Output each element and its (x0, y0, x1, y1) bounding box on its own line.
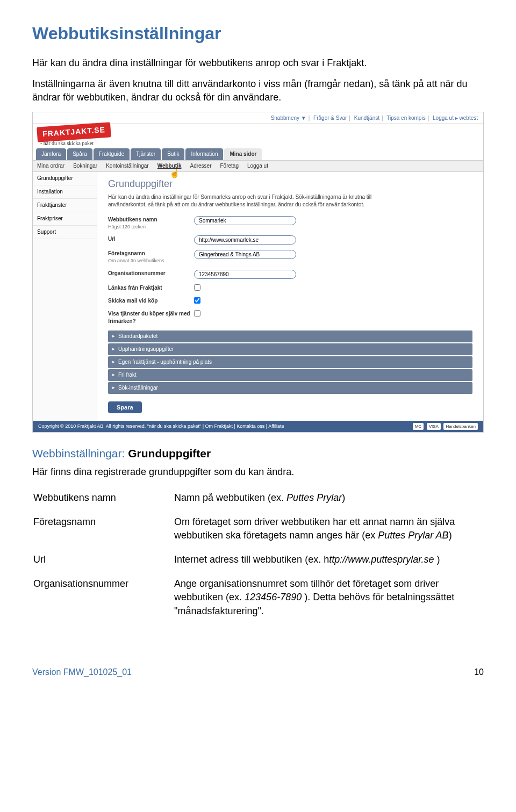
section-subtitle: Här finns dina registrerade grunduppgift… (32, 465, 484, 479)
label-lankas: Länkas från Fraktjakt (108, 284, 194, 292)
subnav-minaordrar[interactable]: Mina ordrar (37, 162, 64, 170)
nav-fraktguide[interactable]: Fraktguide (94, 148, 130, 160)
accordion-sokinstallningar[interactable]: Sök-inställningar (108, 382, 472, 394)
input-url[interactable] (194, 235, 296, 245)
site-tagline: - när du ska skicka paket (40, 140, 94, 147)
toplink-loggaut[interactable]: Logga ut ▸ (433, 115, 458, 121)
footer-copyright: Copyright © 2010 Fraktjakt AB. All right… (38, 423, 284, 430)
logo-row: FRAKTJAKT.SE - när du ska skicka paket (33, 124, 483, 148)
card-handelsbanken-icon: Handelsbanken (443, 423, 478, 430)
subnav-loggaut[interactable]: Logga ut (247, 162, 268, 170)
toplink-fragor[interactable]: Frågor & Svar (313, 115, 347, 121)
checkbox-skickamail[interactable] (194, 297, 200, 304)
page-title: Webbutiksinställningar (32, 21, 484, 46)
accordion-standardpaketet[interactable]: Standardpaketet (108, 330, 472, 342)
input-orgnr[interactable] (194, 270, 296, 279)
accordion-egenfrakt[interactable]: Egen frakttjänst - upphämtning på plats (108, 356, 472, 368)
intro-paragraph-1: Här kan du ändra dina inställningar för … (32, 56, 484, 70)
subnav-adresser[interactable]: Adresser (190, 162, 212, 170)
document-footer: Version FMW_101025_01 10 (32, 666, 484, 678)
input-foretagsnamn[interactable] (194, 250, 296, 259)
nav-tjanster[interactable]: Tjänster (131, 148, 161, 160)
sub-nav: Mina ordrar Bokningar Kontoinställningar… (33, 161, 483, 172)
content-panel: Grunduppgifter Här kan du ändra dina ins… (97, 172, 483, 420)
top-link-bar: Snabbmeny ▼| Frågor & Svar| Kundtjänst| … (33, 112, 483, 124)
version-label: Version FMW_101025_01 (32, 666, 132, 678)
subnav-webbutik[interactable]: Webbutik (157, 162, 182, 170)
save-button[interactable]: Spara (108, 401, 142, 413)
toplink-user: webtest (460, 115, 478, 121)
term-orgnr: Organisationsnummer (33, 577, 173, 628)
toplink-snabbmeny[interactable]: Snabbmeny ▼ (271, 115, 306, 121)
intro-paragraph-2: Inställningarna är även knutna till ditt… (32, 77, 484, 104)
page-number: 10 (474, 666, 484, 678)
subnav-konto[interactable]: Kontoinställningar (106, 162, 149, 170)
accordion-frifrakt[interactable]: Fri frakt (108, 369, 472, 381)
checkbox-lankas[interactable] (194, 284, 200, 291)
content-description: Här kan du ändra dina inställningar för … (108, 193, 388, 209)
label-visatjanster: Visa tjänster du köper själv med frimärk… (108, 310, 194, 325)
card-mastercard-icon: MC (413, 423, 424, 430)
section-title: Webbinställningar: Grunduppgifter (32, 445, 484, 461)
content-heading: Grunduppgifter (108, 177, 472, 191)
nav-butik[interactable]: Butik (162, 148, 184, 160)
subnav-bokningar[interactable]: Bokningar (73, 162, 97, 170)
toplink-tipsa[interactable]: Tipsa en kompis (386, 115, 425, 121)
site-logo[interactable]: FRAKTJAKT.SE (37, 123, 111, 142)
term-foretagsnamn: Företagsnamn (33, 515, 173, 552)
input-webbutikens-namn[interactable] (194, 216, 296, 225)
term-url: Url (33, 553, 173, 576)
definition-table: Webbutikens namn Namn på webbutiken (ex.… (32, 490, 484, 629)
checkbox-visatjanster[interactable] (194, 310, 200, 317)
sidebar-installation[interactable]: Installation (33, 185, 97, 199)
desc-orgnr: Ange organisationsnumret som tillhör det… (174, 577, 483, 628)
desc-webbutikens-namn: Namn på webbutiken (ex. Puttes Prylar) (174, 491, 483, 514)
nav-spara[interactable]: Spåra (67, 148, 92, 160)
sidebar: Grunduppgifter Installation Frakttjänste… (33, 172, 97, 420)
desc-foretagsnamn: Om företaget som driver webbutiken har e… (174, 515, 483, 552)
sidebar-fraktpriser[interactable]: Fraktpriser (33, 212, 97, 226)
nav-jamfora[interactable]: Jämföra (36, 148, 66, 160)
nav-minasidor[interactable]: Mina sidor (224, 148, 262, 160)
toplink-kundtjanst[interactable]: Kundtjänst (354, 115, 379, 121)
nav-information[interactable]: Information (185, 148, 223, 160)
sidebar-support[interactable]: Support (33, 226, 97, 239)
label-skickamail: Skicka mail vid köp (108, 297, 194, 305)
subnav-foretag[interactable]: Företag (220, 162, 239, 170)
main-nav: Jämföra Spåra Fraktguide Tjänster Butik … (33, 148, 483, 161)
app-footer: Copyright © 2010 Fraktjakt AB. All right… (33, 421, 483, 432)
label-url: Url (108, 235, 194, 243)
term-webbutikens-namn: Webbutikens namn (33, 491, 173, 514)
label-orgnr: Organisationsnummer (108, 270, 194, 277)
sidebar-frakttjanster[interactable]: Frakttjänster (33, 199, 97, 212)
footer-cards: MC VISA Handelsbanken (411, 423, 478, 430)
label-webbutikens-namn: Webbutikens namn Högst 120 tecken (108, 216, 194, 231)
card-visa-icon: VISA (427, 423, 441, 430)
accordion-upphamtning[interactable]: Upphämtningsuppgifter (108, 343, 472, 355)
desc-url: Internet adress till webbutiken (ex. htt… (174, 553, 483, 576)
app-screenshot: Snabbmeny ▼| Frågor & Svar| Kundtjänst| … (32, 112, 484, 433)
label-foretagsnamn: Företagsnamn Om annat än webbutikens (108, 250, 194, 264)
sidebar-grunduppgifter[interactable]: Grunduppgifter (33, 172, 97, 185)
